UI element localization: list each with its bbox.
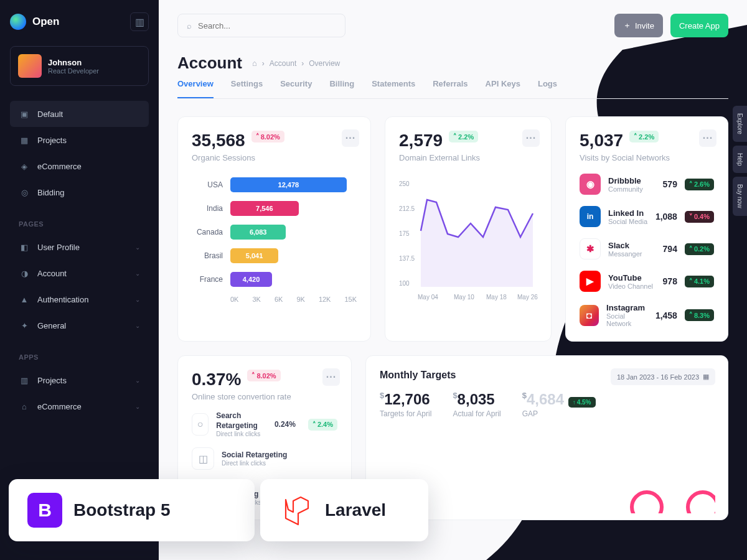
tab-overview[interactable]: Overview bbox=[177, 79, 214, 98]
sidebar-toggle-button[interactable]: ▥ bbox=[130, 12, 149, 31]
home-icon[interactable]: ⌂ bbox=[252, 58, 257, 68]
chevron-down-icon: ⌄ bbox=[135, 322, 140, 329]
search-input[interactable] bbox=[198, 21, 336, 30]
chevron-down-icon: ⌄ bbox=[135, 244, 140, 251]
links-value: 2,579 bbox=[399, 131, 443, 151]
links-line-chart: 250 212.5 175 137.5 100 May 04 May 10 Ma… bbox=[399, 175, 539, 312]
side-tabs: Explore Help Buy now bbox=[733, 106, 747, 216]
nav-apps-projects[interactable]: ▥Projects⌄ bbox=[10, 367, 149, 393]
side-tab-help[interactable]: Help bbox=[733, 146, 747, 174]
bar-label: India bbox=[192, 204, 223, 213]
arrow-up-icon: ˄ bbox=[689, 311, 693, 319]
search-box[interactable]: ⌕ bbox=[177, 14, 345, 37]
crumb-account[interactable]: Account bbox=[270, 59, 296, 68]
social-delta: ˄2.2% bbox=[629, 131, 659, 142]
nav-bidding[interactable]: ◎Bidding bbox=[10, 179, 149, 205]
bar-label: Canada bbox=[192, 228, 223, 236]
svg-point-9 bbox=[632, 492, 662, 513]
bar-france: 4,420 bbox=[230, 272, 272, 287]
user-name: Johnson bbox=[48, 58, 99, 67]
avatar bbox=[18, 54, 42, 78]
sessions-label: Organic Sessions bbox=[192, 153, 357, 162]
card-menu-button[interactable]: ··· bbox=[322, 368, 340, 386]
card-social-visits: ··· 5,037 ˄2.2% Visits by Social Network… bbox=[565, 116, 728, 342]
bar-axis: 0K3K6K9K12K15K bbox=[192, 296, 357, 303]
social-row-linkedin: inLinked InSocial Media1,088˅0.4% bbox=[580, 206, 714, 227]
nav-label: Projects bbox=[37, 376, 67, 385]
page-title: Account bbox=[177, 54, 242, 73]
side-tab-explore[interactable]: Explore bbox=[733, 106, 747, 142]
arrow-up-icon: ↑ bbox=[573, 399, 576, 406]
brand-name: Open bbox=[32, 16, 59, 28]
square-icon: ◫ bbox=[192, 447, 214, 470]
tab-security[interactable]: Security bbox=[280, 79, 312, 98]
sessions-delta: ˄8.02% bbox=[251, 131, 284, 142]
nav-label: eCommerce bbox=[37, 162, 82, 171]
arrow-down-icon: ˅ bbox=[689, 213, 693, 221]
diamond-icon: ◈ bbox=[19, 161, 30, 172]
nav-user-profile[interactable]: ◧User Profile⌄ bbox=[10, 234, 149, 260]
laravel-icon bbox=[279, 493, 314, 528]
chevron-down-icon: ⌄ bbox=[135, 377, 140, 384]
instagram-icon: ◘ bbox=[580, 305, 599, 326]
tab-billing[interactable]: Billing bbox=[329, 79, 354, 98]
arrow-up-icon: ˄ bbox=[453, 133, 457, 141]
user-card[interactable]: Johnson React Developer bbox=[10, 46, 149, 86]
social-value: 5,037 bbox=[580, 131, 623, 151]
conv-row: ○Search RetargetingDirect link clicks0.2… bbox=[192, 411, 337, 437]
logo-dot-icon bbox=[10, 14, 26, 30]
svg-text:May 26: May 26 bbox=[517, 294, 538, 301]
nav-general[interactable]: ✦General⌄ bbox=[10, 312, 149, 338]
nav-apps-ecommerce[interactable]: ⌂eCommerce⌄ bbox=[10, 393, 149, 419]
svg-text:100: 100 bbox=[399, 280, 410, 287]
nav-label: General bbox=[37, 321, 66, 330]
bag-icon: ⌂ bbox=[19, 401, 30, 412]
tab-logs[interactable]: Logs bbox=[538, 79, 557, 98]
nav-projects[interactable]: ▦Projects bbox=[10, 127, 149, 153]
card-menu-button[interactable]: ··· bbox=[342, 129, 359, 147]
nav-default[interactable]: ▣Default bbox=[10, 101, 149, 127]
tab-statements[interactable]: Statements bbox=[372, 79, 415, 98]
create-app-button[interactable]: Create App bbox=[670, 14, 728, 37]
svg-text:250: 250 bbox=[399, 180, 410, 187]
date-range-picker[interactable]: 18 Jan 2023 - 16 Feb 2023▦ bbox=[611, 368, 715, 385]
tab-referrals[interactable]: Referrals bbox=[433, 79, 467, 98]
sidebar: Open ▥ Johnson React Developer ▣Default … bbox=[0, 0, 159, 560]
svg-text:May 18: May 18 bbox=[486, 294, 507, 301]
side-tab-buy[interactable]: Buy now bbox=[733, 177, 747, 215]
svg-text:212.5: 212.5 bbox=[399, 205, 415, 212]
nav-account[interactable]: ◑Account⌄ bbox=[10, 260, 149, 286]
social-row-instagram: ◘InstagramSocial Network1,458˄8.3% bbox=[580, 303, 714, 327]
social-label: Visits by Social Networks bbox=[580, 153, 714, 162]
nav-label: Bidding bbox=[37, 188, 64, 197]
bar-label: USA bbox=[192, 180, 223, 189]
nav-ecommerce[interactable]: ◈eCommerce bbox=[10, 153, 149, 179]
bootstrap-icon: B bbox=[27, 493, 62, 528]
card-organic-sessions: ··· 35,568 ˄8.02% Organic Sessions USA12… bbox=[177, 116, 371, 342]
arrow-up-icon: ˄ bbox=[256, 133, 260, 141]
card-menu-button[interactable]: ··· bbox=[522, 129, 540, 147]
tab-apikeys[interactable]: API Keys bbox=[486, 79, 520, 98]
tab-settings[interactable]: Settings bbox=[231, 79, 263, 98]
plus-icon: ＋ bbox=[623, 20, 631, 31]
folder-icon: ▥ bbox=[19, 375, 30, 386]
nav-label: User Profile bbox=[37, 243, 80, 252]
dribbble-icon: ◉ bbox=[580, 174, 601, 195]
chevron-down-icon: ⌄ bbox=[135, 270, 140, 277]
bar-chart-icon: ▥ bbox=[135, 16, 144, 28]
arrow-up-icon: ˄ bbox=[689, 245, 693, 253]
bar-india: 7,546 bbox=[230, 201, 299, 216]
brand-logo[interactable]: Open bbox=[10, 14, 59, 30]
user-role: React Developer bbox=[48, 67, 99, 75]
invite-button[interactable]: ＋Invite bbox=[614, 14, 663, 37]
links-delta: ˄2.2% bbox=[449, 131, 478, 142]
sessions-bar-chart: USA12,478 India7,546 Canada6,083 Brasil5… bbox=[192, 177, 357, 303]
card-menu-button[interactable]: ··· bbox=[699, 129, 716, 147]
arrow-up-icon: ˄ bbox=[689, 278, 693, 286]
targets-donuts bbox=[491, 488, 715, 513]
nav-auth[interactable]: ▲Authentication⌄ bbox=[10, 286, 149, 312]
breadcrumb: ⌂› Account› Overview bbox=[252, 58, 340, 68]
sessions-value: 35,568 bbox=[192, 131, 245, 151]
nav-label: Authentication bbox=[37, 295, 88, 304]
chevron-down-icon: ⌄ bbox=[135, 296, 140, 303]
